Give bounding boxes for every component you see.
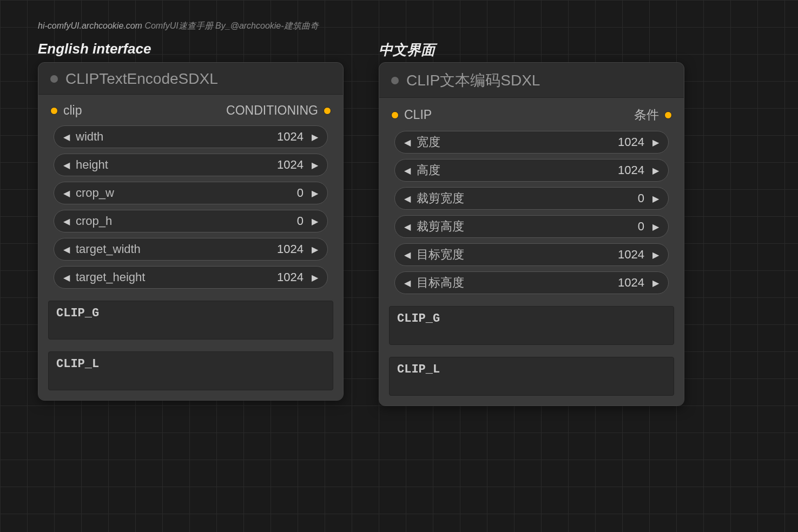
param-value[interactable]: 1024: [618, 135, 644, 149]
decrement-arrow-icon[interactable]: ◀: [401, 222, 413, 232]
param-label: crop_w: [76, 186, 114, 200]
param-value[interactable]: 1024: [618, 163, 644, 177]
input-port-label: clip: [63, 103, 82, 118]
param-value[interactable]: 1024: [618, 276, 644, 290]
port-dot-icon[interactable]: [50, 107, 58, 115]
increment-arrow-icon[interactable]: ▶: [309, 132, 321, 142]
node-title: CLIP文本编码SDXL: [406, 70, 540, 91]
increment-arrow-icon[interactable]: ▶: [309, 272, 321, 283]
param-crop-w[interactable]: ◀ 裁剪宽度 0 ▶: [394, 187, 669, 210]
decrement-arrow-icon[interactable]: ◀: [61, 244, 72, 255]
param-value[interactable]: 1024: [277, 242, 304, 256]
decrement-arrow-icon[interactable]: ◀: [401, 137, 413, 148]
text-box-placeholder: CLIP_L: [397, 363, 666, 376]
port-dot-icon[interactable]: [664, 111, 672, 119]
param-target-height[interactable]: ◀ 目标高度 1024 ▶: [394, 271, 669, 294]
ports-row: CLIP 条件: [389, 107, 674, 123]
attribution-rest: ComfyUI速查手册 By_@archcookie-建筑曲奇: [142, 21, 319, 30]
param-label: width: [76, 130, 103, 144]
collapse-dot-icon[interactable]: [391, 77, 399, 84]
increment-arrow-icon[interactable]: ▶: [650, 250, 662, 260]
param-crop-h[interactable]: ◀ crop_h 0 ▶: [54, 210, 328, 232]
increment-arrow-icon[interactable]: ▶: [309, 244, 321, 255]
output-port-label: 条件: [634, 107, 659, 123]
text-box-placeholder: CLIP_G: [56, 307, 325, 320]
node-chinese[interactable]: CLIP文本编码SDXL CLIP 条件 ◀ 宽度 1024 ▶: [379, 62, 684, 406]
param-height[interactable]: ◀ 高度 1024 ▶: [394, 159, 669, 182]
param-label: 目标宽度: [417, 247, 464, 263]
param-crop-h[interactable]: ◀ 裁剪高度 0 ▶: [394, 215, 669, 238]
increment-arrow-icon[interactable]: ▶: [309, 160, 321, 170]
node-title: CLIPTextEncodeSDXL: [65, 70, 218, 88]
param-value[interactable]: 1024: [277, 270, 304, 284]
node-body: CLIP 条件 ◀ 宽度 1024 ▶ ◀ 高度 1024 ▶: [379, 98, 684, 405]
decrement-arrow-icon[interactable]: ◀: [401, 278, 413, 288]
param-label: height: [76, 158, 108, 172]
param-label: target_height: [76, 270, 145, 284]
increment-arrow-icon[interactable]: ▶: [650, 137, 662, 148]
increment-arrow-icon[interactable]: ▶: [650, 194, 662, 204]
port-dot-icon[interactable]: [324, 107, 331, 115]
decrement-arrow-icon[interactable]: ◀: [61, 272, 72, 283]
params-list: ◀ width 1024 ▶ ◀ height 1024 ▶ ◀ crop_w …: [48, 125, 333, 289]
decrement-arrow-icon[interactable]: ◀: [401, 250, 413, 260]
decrement-arrow-icon[interactable]: ◀: [61, 160, 72, 170]
text-input-clip-g[interactable]: CLIP_G: [48, 301, 333, 340]
params-list: ◀ 宽度 1024 ▶ ◀ 高度 1024 ▶ ◀ 裁剪宽度 0 ▶: [389, 131, 674, 294]
text-input-clip-l[interactable]: CLIP_L: [389, 357, 674, 396]
param-value[interactable]: 0: [638, 191, 644, 205]
increment-arrow-icon[interactable]: ▶: [650, 278, 662, 288]
decrement-arrow-icon[interactable]: ◀: [401, 165, 413, 176]
ports-row: clip CONDITIONING: [48, 103, 333, 118]
increment-arrow-icon[interactable]: ▶: [309, 216, 321, 227]
decrement-arrow-icon[interactable]: ◀: [401, 194, 413, 204]
param-label: crop_h: [76, 214, 112, 228]
param-target-width[interactable]: ◀ target_width 1024 ▶: [54, 238, 328, 261]
param-target-height[interactable]: ◀ target_height 1024 ▶: [54, 266, 328, 289]
text-box-placeholder: CLIP_G: [397, 312, 666, 325]
output-port-conditioning[interactable]: 条件: [634, 107, 672, 123]
param-value[interactable]: 1024: [618, 248, 644, 262]
param-value[interactable]: 1024: [277, 130, 304, 144]
port-dot-icon[interactable]: [391, 111, 399, 119]
node-header[interactable]: CLIPTextEncodeSDXL: [38, 63, 343, 95]
node-english[interactable]: CLIPTextEncodeSDXL clip CONDITIONING ◀ w…: [38, 62, 344, 401]
attribution-site: hi-comfyUI.archcookie.com: [38, 21, 142, 30]
param-height[interactable]: ◀ height 1024 ▶: [54, 154, 328, 176]
param-value[interactable]: 0: [297, 214, 304, 228]
param-label: 目标高度: [417, 275, 464, 291]
node-body: clip CONDITIONING ◀ width 1024 ▶ ◀ heigh…: [38, 95, 343, 400]
increment-arrow-icon[interactable]: ▶: [650, 222, 662, 232]
section-title-chinese: 中文界面: [379, 41, 435, 59]
param-width[interactable]: ◀ 宽度 1024 ▶: [394, 131, 669, 154]
param-label: 裁剪宽度: [417, 190, 464, 207]
output-port-label: CONDITIONING: [226, 103, 318, 118]
text-input-clip-g[interactable]: CLIP_G: [389, 306, 674, 345]
increment-arrow-icon[interactable]: ▶: [309, 188, 321, 198]
collapse-dot-icon[interactable]: [50, 75, 58, 83]
decrement-arrow-icon[interactable]: ◀: [61, 188, 72, 198]
param-crop-w[interactable]: ◀ crop_w 0 ▶: [54, 182, 328, 204]
param-label: 高度: [417, 162, 440, 178]
node-header[interactable]: CLIP文本编码SDXL: [379, 63, 684, 98]
attribution-text: hi-comfyUI.archcookie.com ComfyUI速查手册 By…: [38, 21, 319, 32]
param-value[interactable]: 0: [638, 220, 644, 234]
input-port-clip[interactable]: clip: [50, 103, 82, 118]
decrement-arrow-icon[interactable]: ◀: [61, 132, 72, 142]
param-target-width[interactable]: ◀ 目标宽度 1024 ▶: [394, 243, 669, 266]
param-value[interactable]: 1024: [277, 158, 304, 172]
text-input-clip-l[interactable]: CLIP_L: [48, 351, 333, 390]
input-port-label: CLIP: [404, 108, 432, 122]
param-width[interactable]: ◀ width 1024 ▶: [54, 125, 328, 148]
section-title-english: English interface: [38, 41, 151, 57]
input-port-clip[interactable]: CLIP: [391, 108, 432, 122]
param-label: 裁剪高度: [417, 218, 464, 235]
param-value[interactable]: 0: [297, 186, 304, 200]
increment-arrow-icon[interactable]: ▶: [650, 165, 662, 176]
text-box-placeholder: CLIP_L: [56, 357, 325, 371]
output-port-conditioning[interactable]: CONDITIONING: [226, 103, 331, 118]
param-label: target_width: [76, 242, 141, 256]
param-label: 宽度: [417, 134, 440, 150]
decrement-arrow-icon[interactable]: ◀: [61, 216, 72, 227]
